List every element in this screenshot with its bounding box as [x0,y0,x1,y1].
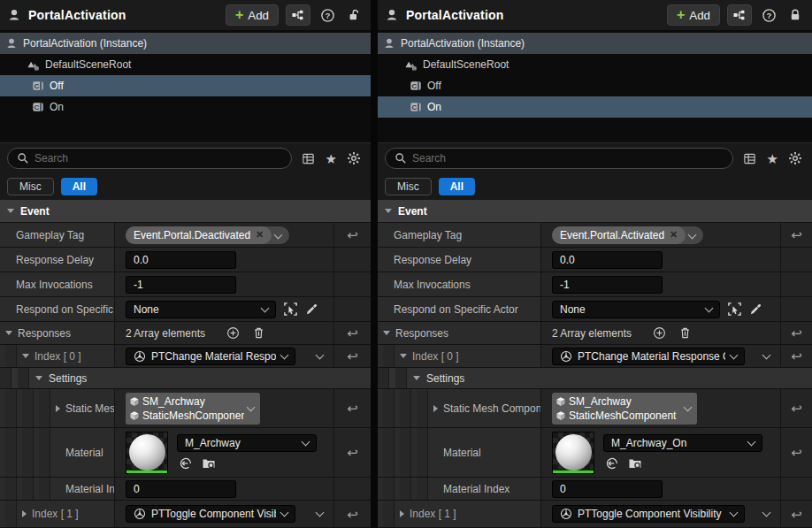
add-element-icon[interactable] [226,326,240,340]
help-button[interactable]: ? [318,8,337,23]
use-selected-asset-icon[interactable] [605,456,619,471]
indent-guide [378,368,389,388]
material-dropdown[interactable]: M_Archway_On [603,434,762,452]
revert-icon[interactable]: ↩ [347,228,358,241]
eyedropper-icon[interactable] [305,302,318,316]
revert-icon[interactable]: ↩ [791,446,802,459]
add-element-icon[interactable] [653,326,666,340]
favorites-star-icon[interactable]: ★ [767,152,778,165]
indent-guide [5,501,17,527]
material-thumbnail[interactable] [552,432,594,474]
section-header-event[interactable]: Event [0,200,371,223]
browse-to-asset-icon[interactable] [202,456,216,471]
filter-all-button[interactable]: All [439,178,475,195]
static-mesh-component-picker[interactable]: SM_Archway StaticMeshComponent [552,393,697,425]
revert-icon[interactable]: ↩ [791,228,802,241]
collapse-triangle-icon[interactable] [383,331,390,335]
revert-icon[interactable]: ↩ [347,402,358,415]
section-header-event[interactable]: Event [378,200,812,223]
response-class-dropdown[interactable]: PTToggle Component Visibility [552,505,745,523]
revert-icon[interactable]: ↩ [791,326,802,340]
collapse-triangle-icon[interactable] [22,354,29,358]
tree-row-default-scene-root[interactable]: C DefaultSceneRoot [378,54,812,75]
eyedropper-icon[interactable] [749,302,762,316]
collapse-triangle-icon[interactable] [400,354,407,358]
indent-guide [400,389,411,427]
use-selected-asset-icon[interactable] [179,456,193,471]
revert-icon[interactable]: ↩ [347,349,358,363]
actor-dropdown[interactable]: None [552,301,720,318]
material-dropdown[interactable]: M_Archway [177,434,317,452]
search-input[interactable] [412,152,724,165]
help-button[interactable]: ? [759,8,778,23]
tree-row-instance[interactable]: PortalActivation (Instance) [0,33,371,54]
tree-row-on[interactable]: C On [0,96,371,118]
expand-chevron-icon[interactable] [762,350,771,359]
material-thumbnail[interactable] [126,432,168,474]
expand-chevron-icon[interactable] [316,509,325,517]
add-component-button[interactable]: + Add [226,4,279,26]
edit-blueprint-button[interactable] [727,4,752,26]
chevron-down-icon [280,350,289,359]
max-invocations-input[interactable] [126,276,236,294]
expand-chevron-icon[interactable] [316,350,325,359]
tree-row-default-scene-root[interactable]: C DefaultSceneRoot [0,54,371,75]
settings-gear-button[interactable] [344,151,364,165]
collapse-triangle-icon[interactable] [5,331,12,335]
response-class-dropdown[interactable]: PTChange Material Response Ol [552,348,745,365]
filter-misc-button[interactable]: Misc [7,178,54,195]
response-class-dropdown[interactable]: PTChange Material Respons [126,348,295,365]
expand-chevron-icon[interactable] [762,509,771,517]
lock-button[interactable] [785,8,805,22]
static-mesh-component-picker[interactable]: SM_Archway StaticMeshComponent [126,393,260,425]
row-material-index: Material In... [0,478,371,501]
edit-blueprint-button[interactable] [286,4,310,26]
browse-to-asset-icon[interactable] [628,456,642,471]
filter-misc-button[interactable]: Misc [385,178,432,195]
svg-text:C: C [34,103,40,111]
pick-actor-icon[interactable] [727,302,742,317]
remove-tag-icon[interactable]: ✕ [670,229,678,241]
tree-row-off[interactable]: C Off [0,75,371,96]
gameplay-tag-dropdown[interactable]: Event.Portal.Activated ✕ [552,226,703,244]
expand-triangle-icon[interactable] [22,510,27,517]
search-input[interactable] [34,152,282,165]
actor-dropdown[interactable]: None [126,301,276,318]
revert-icon[interactable]: ↩ [791,508,802,521]
gameplay-tag-dropdown[interactable]: Event.Portal.Deactivated ✕ [126,226,289,244]
row-responses-array: Responses 2 Array elements ↩ [378,322,812,345]
revert-icon[interactable]: ↩ [347,508,358,521]
search-box[interactable] [7,148,292,169]
revert-icon[interactable]: ↩ [347,446,358,459]
row-settings[interactable]: Settings [0,368,371,389]
response-class-dropdown[interactable]: PTToggle Component Visibi [126,505,295,523]
row-settings[interactable]: Settings [378,368,812,389]
search-box[interactable] [385,148,733,169]
display-options-button[interactable] [299,152,318,165]
tree-row-off[interactable]: C Off [378,75,812,96]
response-delay-input[interactable] [126,251,236,269]
settings-gear-button[interactable] [785,151,805,165]
revert-icon[interactable]: ↩ [791,402,802,415]
add-component-button[interactable]: + Add [667,4,720,26]
filter-all-button[interactable]: All [61,178,97,195]
max-invocations-input[interactable] [552,276,663,294]
delete-all-icon[interactable] [678,326,692,340]
expand-triangle-icon[interactable] [400,510,404,517]
response-delay-input[interactable] [552,251,663,269]
expand-triangle-icon[interactable] [56,405,60,412]
revert-icon[interactable]: ↩ [791,349,802,363]
material-index-input[interactable] [126,480,236,498]
favorites-star-icon[interactable]: ★ [326,152,337,165]
remove-tag-icon[interactable]: ✕ [256,229,264,241]
tree-row-instance[interactable]: PortalActivation (Instance) [378,33,812,54]
row-response-delay: Response Delay [378,248,812,272]
material-index-input[interactable] [552,480,663,498]
display-options-button[interactable] [740,152,760,165]
lock-button[interactable] [344,8,364,22]
revert-icon[interactable]: ↩ [347,326,358,340]
tree-row-on[interactable]: C On [378,96,812,118]
delete-all-icon[interactable] [252,326,265,340]
expand-triangle-icon[interactable] [433,405,438,412]
pick-actor-icon[interactable] [283,302,298,317]
